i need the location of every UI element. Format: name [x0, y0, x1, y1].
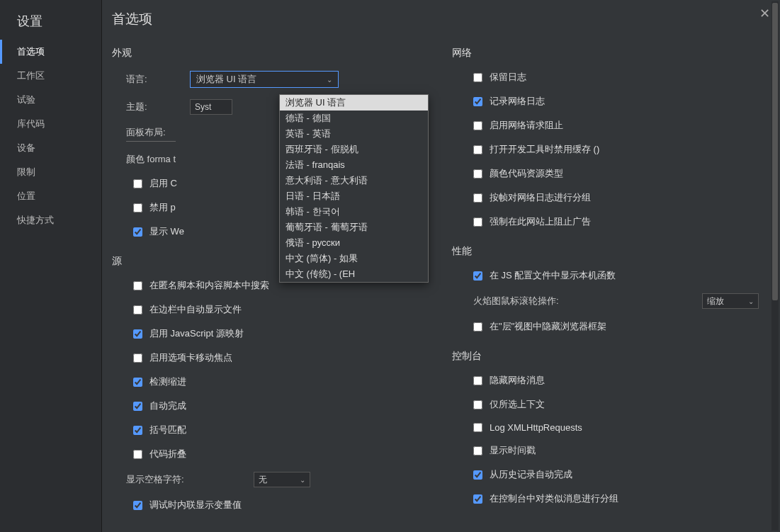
enable-blocking-checkbox[interactable] — [473, 121, 482, 130]
autocomplete-checkbox[interactable] — [133, 402, 142, 411]
auto-reveal-checkbox[interactable] — [133, 305, 142, 315]
log-xhr-label: Log XMLHttpRequests — [490, 422, 582, 433]
show-ts-label: 显示时间戳 — [490, 444, 536, 457]
lang-option-ko[interactable]: 韩语 - 한국어 — [280, 204, 428, 220]
chevron-down-icon: ⌄ — [300, 476, 305, 484]
sidebar: 设置 首选项 工作区 试验 库代码 设备 限制 位置 快捷方式 — [0, 0, 102, 532]
lang-option-browser[interactable]: 浏览器 UI 语言 — [280, 95, 428, 111]
nav-devices[interactable]: 设备 — [0, 136, 101, 160]
selected-ctx-label: 仅所选上下文 — [490, 398, 545, 411]
theme-select[interactable]: Syst — [190, 99, 232, 115]
whitespace-label: 显示空格字符: — [126, 473, 254, 486]
show-we-checkbox[interactable] — [133, 227, 142, 237]
whitespace-select[interactable]: 无 ⌄ — [254, 472, 310, 487]
lang-option-zh-cn[interactable]: 中文 (简体) - 如果 — [280, 251, 428, 266]
record-log-checkbox[interactable] — [473, 97, 482, 106]
preserve-log-checkbox[interactable] — [473, 73, 482, 82]
color-code-checkbox[interactable] — [473, 169, 482, 179]
tab-focus-checkbox[interactable] — [133, 353, 142, 363]
chevron-down-icon: ⌄ — [748, 298, 754, 305]
group-frame-label: 按帧对网络日志进行分组 — [490, 191, 591, 204]
lang-option-de[interactable]: 德语 - 德国 — [280, 111, 428, 126]
enable-blocking-label: 启用网络请求阻止 — [490, 119, 563, 132]
disable-cache-checkbox[interactable] — [473, 145, 482, 154]
preserve-log-label: 保留日志 — [490, 71, 526, 84]
block-ads-label: 强制在此网站上阻止广告 — [490, 215, 591, 228]
language-label: 语言: — [126, 73, 190, 86]
lang-option-pt[interactable]: 葡萄牙语 - 葡萄牙语 — [280, 220, 428, 235]
js-sourcemap-label: 启用 JavaScript 源映射 — [149, 327, 244, 340]
search-anon-label: 在匿名脚本和内容脚本中搜索 — [149, 279, 269, 292]
native-fn-checkbox[interactable] — [473, 271, 482, 281]
color-code-label: 颜色代码资源类型 — [490, 167, 563, 180]
selected-ctx-checkbox[interactable] — [473, 400, 482, 409]
native-fn-label: 在 JS 配置文件中显示本机函数 — [490, 269, 616, 282]
nav-workspace[interactable]: 工作区 — [0, 64, 101, 88]
group-similar-label: 在控制台中对类似消息进行分组 — [490, 492, 618, 505]
nav-locations[interactable]: 位置 — [0, 184, 101, 208]
panel-layout-label: 面板布局: — [126, 126, 176, 142]
lang-option-fr[interactable]: 法语 - franqais — [280, 157, 428, 173]
js-sourcemap-checkbox[interactable] — [133, 329, 142, 339]
hide-network-label: 隐藏网络消息 — [490, 374, 545, 387]
language-value: 浏览器 UI 语言 — [196, 73, 256, 86]
enable-c-checkbox[interactable] — [133, 179, 142, 188]
lang-option-ru[interactable]: 俄语 - русски — [280, 235, 428, 251]
disable-p-label: 禁用 p — [149, 201, 176, 214]
section-console: 控制台 — [452, 350, 759, 363]
detect-indent-label: 检测缩进 — [149, 375, 186, 388]
lang-option-zh-tw[interactable]: 中文 (传统) - (EH — [280, 266, 428, 282]
theme-label: 主题: — [126, 101, 190, 113]
bracket-checkbox[interactable] — [133, 426, 142, 435]
section-performance: 性能 — [452, 245, 759, 258]
section-network: 网络 — [452, 47, 759, 60]
nav-blackboxing[interactable]: 库代码 — [0, 112, 101, 136]
language-select[interactable]: 浏览器 UI 语言 ⌄ — [190, 71, 339, 88]
show-we-label: 显示 We — [149, 225, 184, 238]
hide-frames-label: 在"层"视图中隐藏浏览器框架 — [490, 320, 606, 333]
show-ts-checkbox[interactable] — [473, 446, 482, 455]
chevron-down-icon: ⌄ — [327, 76, 332, 84]
codefold-label: 代码折叠 — [149, 448, 186, 460]
whitespace-value: 无 — [259, 474, 267, 486]
bracket-label: 括号匹配 — [149, 424, 186, 436]
flame-value: 缩放 — [707, 295, 724, 307]
tab-focus-label: 启用选项卡移动焦点 — [149, 351, 232, 364]
record-log-label: 记录网络日志 — [490, 95, 545, 108]
block-ads-checkbox[interactable] — [473, 217, 482, 227]
language-dropdown[interactable]: 浏览器 UI 语言 德语 - 德国 英语 - 英语 西班牙语 - 假脱机 法语 … — [279, 94, 429, 283]
codefold-checkbox[interactable] — [133, 450, 142, 459]
scrollbar-thumb[interactable] — [772, 3, 778, 300]
group-similar-checkbox[interactable] — [473, 494, 482, 504]
inline-vars-label: 调试时内联显示变量值 — [149, 499, 242, 511]
enable-c-label: 启用 C — [149, 177, 177, 190]
log-xhr-checkbox[interactable] — [473, 423, 482, 432]
flame-label: 火焰图鼠标滚轮操作: — [473, 295, 702, 307]
detect-indent-checkbox[interactable] — [133, 378, 142, 387]
nav-throttling[interactable]: 限制 — [0, 160, 101, 184]
hide-frames-checkbox[interactable] — [473, 322, 482, 332]
nav-preferences[interactable]: 首选项 — [0, 40, 101, 64]
main-panel: 首选项 外观 语言: 浏览器 UI 语言 ⌄ 主题: Syst 面板布局: — [102, 0, 780, 532]
inline-vars-checkbox[interactable] — [133, 501, 142, 510]
nav-shortcuts[interactable]: 快捷方式 — [0, 208, 101, 232]
lang-option-es[interactable]: 西班牙语 - 假脱机 — [280, 142, 428, 157]
group-frame-checkbox[interactable] — [473, 193, 482, 203]
autocomplete-label: 自动完成 — [149, 400, 186, 412]
color-format-label: 颜色 forma t — [126, 153, 211, 166]
hide-network-checkbox[interactable] — [473, 376, 482, 385]
history-ac-label: 从历史记录自动完成 — [490, 468, 572, 481]
settings-window: ✕ 设置 首选项 工作区 试验 库代码 设备 限制 位置 快捷方式 首选项 外观… — [0, 0, 780, 532]
flame-select[interactable]: 缩放 ⌄ — [702, 293, 759, 309]
disable-p-checkbox[interactable] — [133, 203, 142, 213]
lang-option-en[interactable]: 英语 - 英语 — [280, 126, 428, 142]
auto-reveal-label: 在边栏中自动显示文件 — [149, 303, 242, 316]
sidebar-title: 设置 — [0, 6, 101, 40]
page-title: 首选项 — [112, 10, 759, 28]
history-ac-checkbox[interactable] — [473, 470, 482, 480]
nav-experiments[interactable]: 试验 — [0, 88, 101, 112]
lang-option-ja[interactable]: 日语 - 日本語 — [280, 188, 428, 204]
disable-cache-label: 打开开发工具时禁用缓存 () — [490, 143, 599, 156]
search-anon-checkbox[interactable] — [133, 281, 142, 290]
lang-option-it[interactable]: 意大利语 - 意大利语 — [280, 173, 428, 188]
